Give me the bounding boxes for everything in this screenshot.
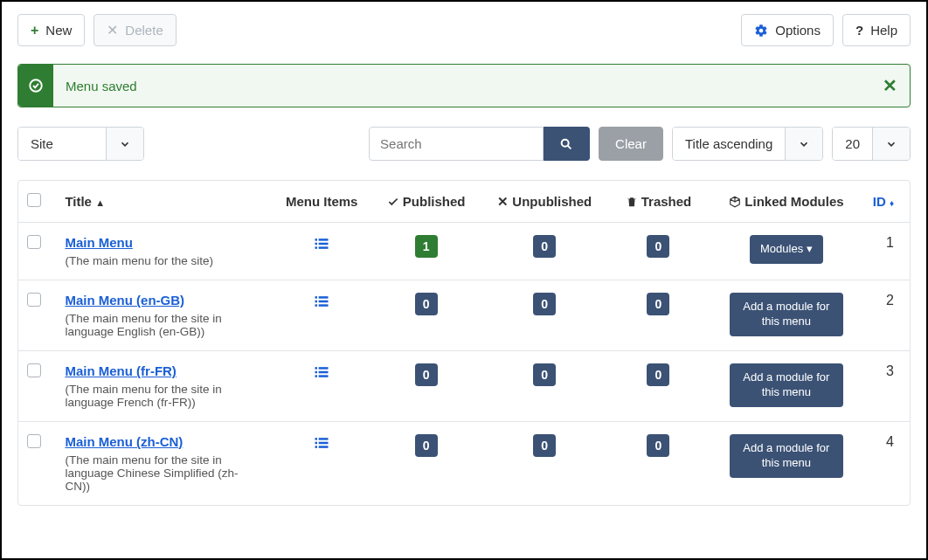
- unpublished-badge[interactable]: 0: [533, 434, 556, 457]
- row-checkbox[interactable]: [27, 235, 41, 249]
- svg-rect-13: [315, 304, 318, 307]
- svg-rect-14: [319, 304, 329, 307]
- close-icon[interactable]: ✕: [883, 75, 897, 96]
- options-button[interactable]: Options: [741, 14, 834, 46]
- row-id: 2: [862, 280, 910, 351]
- toolbar: + New ✕ Delete Options ? Help: [17, 14, 911, 46]
- unpublished-badge[interactable]: 0: [533, 293, 556, 315]
- table-row: Main Menu (en-GB) (The main menu for the…: [18, 280, 910, 351]
- published-badge[interactable]: 0: [415, 293, 438, 315]
- gear-icon: [754, 24, 768, 38]
- filter-bar: Site Clear Title ascending 20: [17, 127, 911, 161]
- alert-success: Menu saved ✕: [17, 64, 911, 107]
- col-id[interactable]: ID ♦: [862, 181, 910, 223]
- linked-module-button[interactable]: Add a module for this menu: [730, 293, 843, 336]
- perpage-label: 20: [833, 128, 872, 160]
- new-button[interactable]: + New: [17, 14, 85, 46]
- trashed-badge[interactable]: 0: [647, 363, 669, 386]
- svg-rect-22: [319, 438, 329, 440]
- new-button-label: New: [45, 23, 72, 38]
- table-row: Main Menu (The main menu for the site) 1…: [18, 223, 910, 280]
- svg-rect-15: [315, 367, 318, 370]
- svg-rect-23: [315, 442, 318, 445]
- svg-rect-25: [315, 446, 318, 447]
- trash-icon: [626, 196, 638, 208]
- svg-rect-11: [315, 301, 318, 303]
- check-icon: [387, 196, 399, 208]
- unpublished-badge[interactable]: 0: [533, 363, 556, 386]
- published-badge[interactable]: 0: [415, 363, 438, 386]
- col-unpublished: ✕ Unpublished: [483, 181, 606, 223]
- menu-description: (The main menu for the site): [65, 254, 239, 267]
- published-badge[interactable]: 1: [415, 235, 438, 258]
- clear-button[interactable]: Clear: [599, 127, 663, 161]
- trashed-badge[interactable]: 0: [647, 235, 669, 258]
- caret-up-icon: ▲: [95, 197, 105, 208]
- trashed-badge[interactable]: 0: [647, 293, 669, 315]
- plus-icon: +: [31, 23, 38, 38]
- row-checkbox[interactable]: [27, 293, 41, 307]
- table-row: Main Menu (zh-CN) (The main menu for the…: [18, 422, 910, 506]
- delete-button: ✕ Delete: [93, 14, 176, 46]
- options-button-label: Options: [775, 23, 821, 38]
- search-button[interactable]: [544, 127, 590, 161]
- sort-select[interactable]: Title ascending: [672, 127, 823, 161]
- list-icon[interactable]: [313, 436, 330, 455]
- svg-rect-5: [315, 243, 318, 245]
- x-icon: ✕: [497, 194, 509, 209]
- list-icon[interactable]: [313, 294, 330, 314]
- select-all-checkbox[interactable]: [27, 193, 41, 207]
- help-button-label: Help: [870, 23, 897, 38]
- linked-module-button[interactable]: Add a module for this menu: [730, 363, 843, 407]
- row-id: 1: [862, 223, 910, 280]
- col-title[interactable]: Title ▲: [56, 181, 274, 223]
- svg-rect-3: [315, 239, 318, 241]
- menu-title-link[interactable]: Main Menu: [65, 235, 133, 250]
- menu-description: (The main menu for the site in language …: [65, 312, 239, 338]
- svg-rect-9: [315, 296, 318, 299]
- svg-rect-16: [319, 367, 329, 370]
- help-button[interactable]: ? Help: [842, 14, 911, 46]
- menu-title-link[interactable]: Main Menu (zh-CN): [65, 434, 183, 449]
- menu-title-link[interactable]: Main Menu (fr-FR): [65, 363, 176, 378]
- svg-rect-21: [315, 438, 318, 440]
- chevron-down-icon: [872, 128, 910, 160]
- published-badge[interactable]: 0: [415, 434, 438, 457]
- linked-module-button[interactable]: Modules: [750, 235, 823, 264]
- alert-message: Menu saved: [53, 79, 149, 93]
- perpage-select[interactable]: 20: [832, 127, 911, 161]
- search-input[interactable]: [369, 127, 544, 161]
- svg-rect-26: [319, 446, 329, 447]
- unpublished-badge[interactable]: 0: [533, 235, 556, 258]
- table-row: Main Menu (fr-FR) (The main menu for the…: [18, 351, 910, 422]
- linked-module-button[interactable]: Add a module for this menu: [730, 434, 843, 478]
- row-checkbox[interactable]: [27, 434, 41, 448]
- list-icon[interactable]: [313, 365, 330, 384]
- col-menu-items: Menu Items: [274, 181, 370, 223]
- search-group: [369, 127, 590, 161]
- chevron-down-icon: [106, 128, 143, 160]
- sort-select-label: Title ascending: [673, 128, 785, 160]
- svg-rect-20: [319, 375, 329, 377]
- menu-title-link[interactable]: Main Menu (en-GB): [65, 293, 184, 308]
- delete-button-label: Delete: [125, 23, 163, 38]
- sort-icon: ♦: [890, 198, 894, 208]
- svg-rect-8: [319, 246, 329, 249]
- check-circle-icon: [18, 65, 53, 107]
- question-icon: ?: [855, 23, 863, 38]
- x-icon: ✕: [107, 22, 118, 38]
- menu-description: (The main menu for the site in language …: [65, 383, 239, 409]
- cube-icon: [729, 196, 741, 208]
- menus-table: Title ▲ Menu Items Published ✕ Unpublish…: [17, 180, 911, 506]
- svg-rect-12: [319, 301, 329, 303]
- trashed-badge[interactable]: 0: [647, 434, 669, 457]
- chevron-down-icon: [785, 128, 822, 160]
- svg-rect-7: [315, 246, 318, 249]
- site-select[interactable]: Site: [17, 127, 144, 161]
- menu-description: (The main menu for the site in language …: [65, 453, 239, 493]
- svg-rect-18: [319, 371, 329, 374]
- row-checkbox[interactable]: [27, 363, 41, 377]
- svg-rect-6: [319, 243, 329, 245]
- col-trashed: Trashed: [606, 181, 710, 223]
- list-icon[interactable]: [313, 237, 330, 256]
